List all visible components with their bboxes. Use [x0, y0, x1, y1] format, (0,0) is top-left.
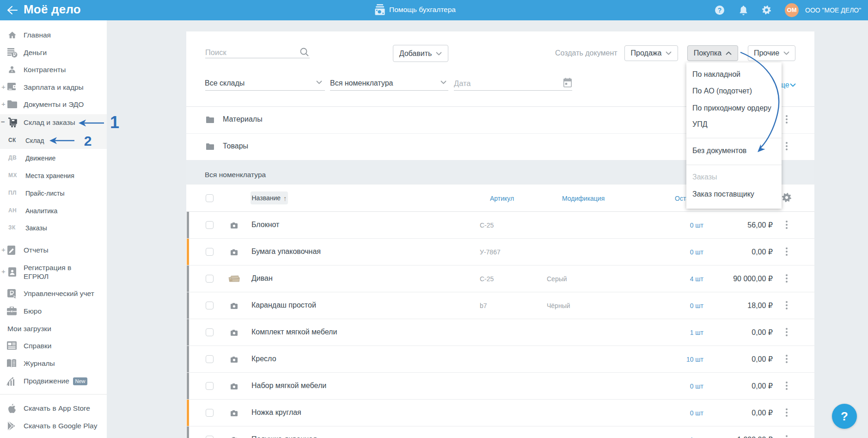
svg-text:1: 1 — [110, 113, 119, 132]
